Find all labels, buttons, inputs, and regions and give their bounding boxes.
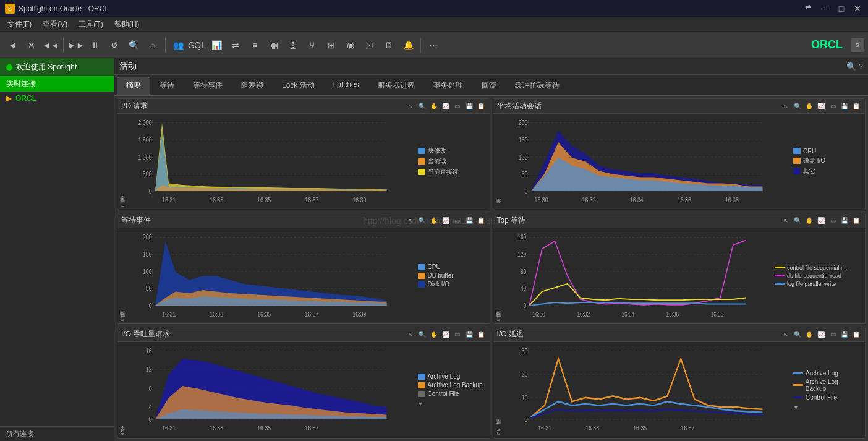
sidebar-realtime[interactable]: 实时连接: [0, 76, 114, 92]
pan-icon[interactable]: ✋: [429, 101, 439, 111]
toolbar-connect[interactable]: ⊡: [361, 36, 378, 54]
minimize-button[interactable]: ─: [820, 3, 831, 14]
menu-view[interactable]: 查看(V): [38, 18, 72, 31]
area-chart-icon-4[interactable]: ▭: [828, 215, 838, 225]
toolbar-refresh[interactable]: ↺: [106, 36, 123, 54]
area-chart-icon[interactable]: ▭: [453, 101, 462, 111]
line-chart-icon-4[interactable]: 📈: [816, 215, 826, 225]
legend-expand[interactable]: ▼: [418, 401, 485, 407]
toolbar-home[interactable]: ⌂: [144, 36, 161, 54]
maximize-button[interactable]: □: [836, 3, 847, 14]
pan-icon-3[interactable]: ✋: [429, 215, 439, 225]
save-icon-6[interactable]: 💾: [840, 330, 849, 340]
toolbar-btn-1[interactable]: ◄: [4, 36, 21, 54]
save-icon-4[interactable]: 💾: [840, 215, 849, 225]
toolbar-list[interactable]: ≡: [246, 36, 263, 54]
line-chart-icon-3[interactable]: 📈: [441, 215, 451, 225]
export-icon-2[interactable]: 📋: [851, 101, 861, 111]
tab-rollback[interactable]: 回滚: [472, 77, 506, 95]
cursor-icon[interactable]: ↖: [406, 101, 415, 111]
area-chart-icon-5[interactable]: ▭: [453, 330, 462, 340]
tab-wait[interactable]: 等待: [150, 77, 184, 95]
chart-top-waits-body: 微秒/操作 160 120 80 40 0: [493, 228, 866, 324]
line-chart-icon-2[interactable]: 📈: [816, 101, 826, 111]
save-icon[interactable]: 💾: [464, 101, 474, 111]
cursor-icon-4[interactable]: ↖: [781, 215, 791, 225]
export-icon-4[interactable]: 📋: [851, 215, 861, 225]
menu-tools[interactable]: 工具(T): [74, 18, 108, 31]
zoom-icon[interactable]: 🔍: [417, 101, 427, 111]
toolbar-btn-4[interactable]: ►►: [67, 36, 85, 54]
tab-wait-events[interactable]: 等待事件: [184, 77, 232, 95]
zoom-icon-2[interactable]: 🔍: [793, 101, 802, 111]
connection-brand: ORCL: [811, 38, 849, 51]
toolbar-layout[interactable]: ▦: [265, 36, 283, 54]
tab-lock-activity[interactable]: Lock 活动: [273, 77, 324, 95]
cursor-icon-5[interactable]: ↖: [406, 330, 415, 340]
svg-text:16:36: 16:36: [677, 196, 691, 203]
line-chart-icon-5[interactable]: 📈: [441, 330, 451, 340]
area-chart-icon-3[interactable]: ▭: [453, 215, 462, 225]
sidebar-footer[interactable]: 所有连接: [0, 426, 114, 441]
chart-io-throughput-controls: ↖ 🔍 ✋ 📈 ▭ 💾 📋: [406, 330, 486, 340]
toolbar-chart[interactable]: 📊: [208, 36, 225, 54]
save-icon-3[interactable]: 💾: [464, 215, 474, 225]
zoom-icon-6[interactable]: 🔍: [793, 330, 802, 340]
toolbar-monitor[interactable]: 🖥: [380, 36, 398, 54]
export-icon[interactable]: 📋: [476, 101, 486, 111]
tab-tx[interactable]: 事务处理: [424, 77, 472, 95]
legend-wait-label-3: Disk I/O: [428, 281, 450, 288]
sidebar-item-orcl[interactable]: ▶ ORCL: [0, 92, 114, 105]
save-icon-2[interactable]: 💾: [840, 101, 849, 111]
tab-server-process[interactable]: 服务器进程: [368, 77, 424, 95]
pan-icon-6[interactable]: ✋: [804, 330, 814, 340]
menu-help[interactable]: 帮助(H): [109, 18, 145, 31]
toolbar-db[interactable]: 🗄: [284, 36, 302, 54]
toolbar-users[interactable]: 👥: [169, 36, 187, 54]
zoom-icon-4[interactable]: 🔍: [793, 215, 802, 225]
toolbar-zoom[interactable]: 🔍: [125, 36, 142, 54]
toolbar-sql[interactable]: SQL: [189, 36, 206, 54]
line-chart-icon-6[interactable]: 📈: [816, 330, 826, 340]
legend-lat-expand[interactable]: ▼: [793, 405, 860, 411]
tab-latches[interactable]: Latches: [324, 77, 368, 95]
tab-buffer-wait[interactable]: 缓冲忙碌等待: [506, 77, 569, 95]
app-icon: S: [5, 4, 15, 14]
toolbar-sync[interactable]: ⇄: [227, 36, 244, 54]
pan-icon-2[interactable]: ✋: [804, 101, 814, 111]
legend-wait-2: DB buffer: [418, 272, 485, 279]
save-icon-5[interactable]: 💾: [464, 330, 474, 340]
export-icon-3[interactable]: 📋: [476, 215, 486, 225]
cursor-icon-6[interactable]: ↖: [781, 330, 791, 340]
zoom-icon-5[interactable]: 🔍: [417, 330, 427, 340]
toolbar-pause[interactable]: ⏸: [87, 36, 104, 54]
pan-icon-4[interactable]: ✋: [804, 215, 814, 225]
toolbar-btn-3[interactable]: ◄◄: [42, 36, 59, 54]
toolbar-alert[interactable]: 🔔: [399, 36, 417, 54]
area-chart-icon-6[interactable]: ▭: [828, 330, 838, 340]
toolbar-fork[interactable]: ⑂: [304, 36, 321, 54]
header-help-icon[interactable]: ?: [859, 62, 863, 71]
close-button[interactable]: ✕: [852, 3, 863, 14]
export-icon-5[interactable]: 📋: [476, 330, 486, 340]
toolbar-brand-icon[interactable]: S: [851, 38, 864, 52]
area-chart-icon-2[interactable]: ▭: [828, 101, 838, 111]
toolbar-more[interactable]: ⋯: [425, 36, 442, 54]
chart-io-latency-header: I/O 延迟 ↖ 🔍 ✋ 📈 ▭ 💾 📋: [493, 327, 866, 342]
toolbar-btn-2[interactable]: ✕: [23, 36, 40, 54]
zoom-icon-3[interactable]: 🔍: [417, 215, 427, 225]
toolbar-circle[interactable]: ◉: [342, 36, 359, 54]
toolbar-sep-3: [420, 38, 421, 53]
cursor-icon-2[interactable]: ↖: [781, 101, 791, 111]
tab-blocking-lock[interactable]: 阻塞锁: [232, 77, 273, 95]
export-icon-6[interactable]: 📋: [851, 330, 861, 340]
cursor-icon-3[interactable]: ↖: [406, 215, 415, 225]
svg-text:16:32: 16:32: [582, 196, 595, 203]
chart-io-throughput-header: I/O 吞吐量请求 ↖ 🔍 ✋ 📈 ▭ 💾 📋: [117, 327, 490, 342]
toolbar-grid[interactable]: ⊞: [323, 36, 340, 54]
header-search-icon[interactable]: 🔍: [846, 62, 856, 71]
tab-summary[interactable]: 摘要: [117, 77, 150, 95]
pan-icon-5[interactable]: ✋: [429, 330, 439, 340]
line-chart-icon[interactable]: 📈: [441, 101, 451, 111]
menu-file[interactable]: 文件(F): [2, 18, 36, 31]
